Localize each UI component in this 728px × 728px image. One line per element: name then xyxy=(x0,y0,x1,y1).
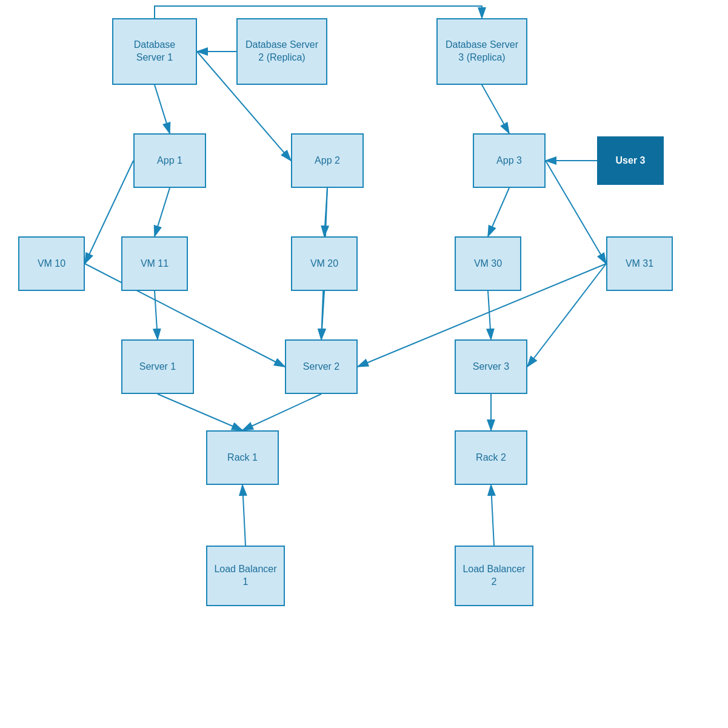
node-app2[interactable]: App 2 xyxy=(291,133,364,188)
arrow-vm30-s3 xyxy=(488,291,491,339)
node-db2[interactable]: Database Server 2 (Replica) xyxy=(236,18,327,85)
node-vm10[interactable]: VM 10 xyxy=(18,236,85,291)
arrow-lb1-r1 xyxy=(242,485,245,546)
arrow-db1-app1 xyxy=(155,85,170,133)
node-vm30[interactable]: VM 30 xyxy=(455,236,521,291)
arrow-db3-app3 xyxy=(482,85,509,133)
diagram-container: Database Server 1Database Server 2 (Repl… xyxy=(0,0,728,728)
arrow-app2-vm20 xyxy=(324,188,327,236)
top-connector xyxy=(155,6,482,18)
arrow-lb2-r2 xyxy=(491,485,494,546)
node-r2[interactable]: Rack 2 xyxy=(455,430,527,485)
node-db3[interactable]: Database Server 3 (Replica) xyxy=(436,18,527,85)
node-vm20[interactable]: VM 20 xyxy=(291,236,358,291)
node-r1[interactable]: Rack 1 xyxy=(206,430,279,485)
arrow-app1-vm11 xyxy=(155,188,170,236)
node-s2[interactable]: Server 2 xyxy=(285,339,358,394)
node-lb2[interactable]: Load Balancer 2 xyxy=(455,546,533,606)
node-app1[interactable]: App 1 xyxy=(133,133,206,188)
arrow-vm11-s1 xyxy=(155,291,158,339)
node-user3[interactable]: User 3 xyxy=(597,136,664,185)
arrow-s2-r1 xyxy=(242,394,321,430)
node-app3[interactable]: App 3 xyxy=(473,133,546,188)
arrows-svg xyxy=(0,0,728,728)
node-lb1[interactable]: Load Balancer 1 xyxy=(206,546,285,606)
node-s1[interactable]: Server 1 xyxy=(121,339,194,394)
arrow-vm31-s3 xyxy=(527,264,606,367)
node-db1[interactable]: Database Server 1 xyxy=(112,18,197,85)
node-vm31[interactable]: VM 31 xyxy=(606,236,673,291)
arrow-app3-vm30 xyxy=(488,188,509,236)
node-s3[interactable]: Server 3 xyxy=(455,339,527,394)
node-vm11[interactable]: VM 11 xyxy=(121,236,188,291)
arrow-s1-r1 xyxy=(158,394,242,430)
arrow-vm20-s2 xyxy=(321,291,324,339)
